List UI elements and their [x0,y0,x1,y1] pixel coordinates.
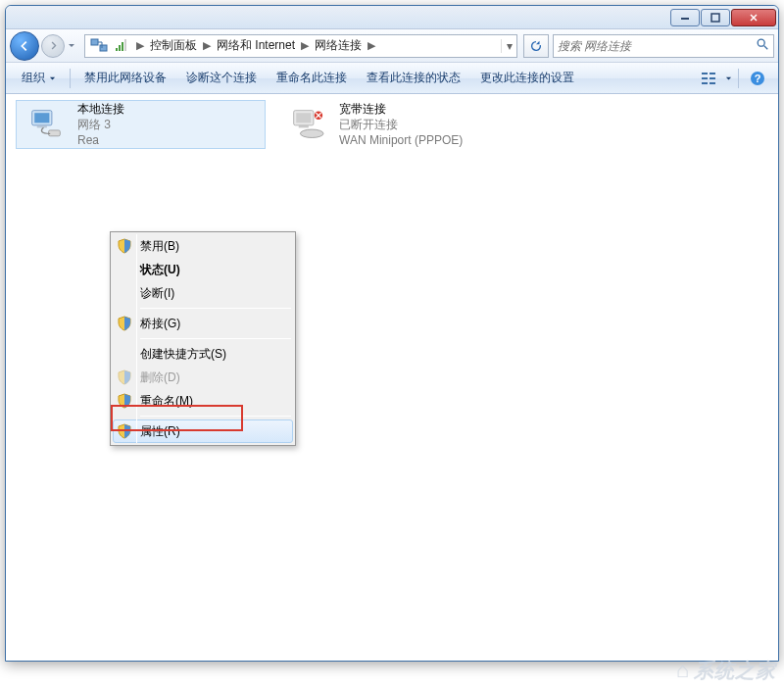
svg-rect-7 [124,39,126,51]
shield-icon [115,421,134,441]
ctx-shortcut[interactable]: 创建快捷方式(S) [113,342,293,366]
svg-rect-14 [710,82,715,84]
command-toolbar: 组织 禁用此网络设备 诊断这个连接 重命名此连接 查看此连接的状态 更改此连接的… [6,63,778,94]
minimize-button[interactable] [670,9,700,26]
svg-rect-20 [49,130,61,136]
svg-rect-4 [116,48,118,51]
svg-text:?: ? [755,73,761,84]
ctx-bridge[interactable]: 桥接(G) [113,312,293,335]
svg-rect-12 [710,73,715,74]
breadcrumb-dropdown[interactable]: ▾ [501,39,516,53]
search-box[interactable] [553,34,774,58]
view-status-button[interactable]: 查看此连接的状态 [359,66,468,90]
ctx-rename[interactable]: 重命名(M) [113,389,293,413]
chevron-right-icon: ▶ [301,39,309,52]
ctx-status[interactable]: 状态(U) [113,258,293,281]
search-input[interactable] [558,39,756,53]
ctx-properties[interactable]: 属性(R) [113,419,293,443]
svg-rect-3 [100,45,107,51]
forward-button[interactable] [41,34,65,58]
change-settings-button[interactable]: 更改此连接的设置 [472,66,582,90]
house-icon: ⌂ [676,658,690,682]
connection-status: 已断开连接 [339,117,463,132]
svg-rect-0 [681,18,689,20]
ctx-delete: 删除(D) [113,366,293,389]
window-frame: ▶ 控制面板 ▶ 网络和 Internet ▶ 网络连接 ▶ ▾ 组织 禁用此网… [5,5,779,662]
breadcrumb-item-connections[interactable]: 网络连接 [315,37,362,54]
svg-rect-11 [702,82,708,84]
svg-point-24 [300,129,323,137]
connection-title: 宽带连接 [339,101,463,117]
chevron-right-icon: ▶ [203,39,211,52]
svg-rect-1 [711,14,719,22]
connection-item-local[interactable]: 本地连接 网络 3 Rea [16,100,266,149]
refresh-button[interactable] [523,34,549,58]
close-button[interactable] [731,9,776,26]
context-menu: 禁用(B) 状态(U) 诊断(I) 桥接(G) 创建快捷方式(S) [110,231,296,446]
connection-adapter: WAN Miniport (PPPOE) [339,132,463,148]
svg-rect-10 [702,77,708,79]
content-area: 本地连接 网络 3 Rea 宽带连接 已断开连接 WAN Miniport (P… [6,94,778,661]
diagnose-button[interactable]: 诊断这个连接 [178,66,265,90]
chevron-down-icon [49,72,56,85]
svg-rect-6 [122,42,123,51]
ctx-disable[interactable]: 禁用(B) [113,234,293,258]
breadcrumb-item-control-panel[interactable]: 控制面板 [150,37,197,54]
chevron-down-icon[interactable] [725,72,732,85]
svg-rect-22 [296,113,311,123]
navigation-bar: ▶ 控制面板 ▶ 网络和 Internet ▶ 网络连接 ▶ ▾ [6,29,778,63]
shield-icon [115,391,134,411]
help-button[interactable]: ? [745,67,770,90]
watermark: ⌂系统之家 [676,658,776,684]
shield-icon [115,236,134,256]
back-button[interactable] [10,31,39,61]
connection-adapter: Rea [77,132,124,148]
connection-network: 网络 3 [77,117,124,132]
svg-rect-5 [119,45,121,51]
organize-label: 组织 [22,70,45,86]
chevron-right-icon: ▶ [136,39,144,52]
svg-rect-19 [37,125,47,128]
svg-rect-23 [299,125,309,128]
view-options-button[interactable] [696,67,721,90]
svg-rect-9 [702,73,708,74]
ethernet-icon [23,104,70,145]
search-icon [756,37,769,55]
signal-icon [115,39,128,53]
network-icon [89,36,109,56]
svg-rect-2 [91,39,98,45]
maximize-button[interactable] [701,9,730,26]
breadcrumb[interactable]: ▶ 控制面板 ▶ 网络和 Internet ▶ 网络连接 ▶ ▾ [84,34,517,58]
breadcrumb-item-network-internet[interactable]: 网络和 Internet [217,37,295,54]
shield-icon [115,368,134,387]
svg-point-8 [758,39,764,46]
svg-rect-13 [710,77,715,79]
disable-device-button[interactable]: 禁用此网络设备 [76,66,174,90]
connection-item-broadband[interactable]: 宽带连接 已断开连接 WAN Miniport (PPPOE) [278,100,528,149]
titlebar [6,6,778,29]
chevron-right-icon: ▶ [368,39,375,52]
connection-title: 本地连接 [77,101,124,117]
organize-menu[interactable]: 组织 [14,66,64,90]
svg-rect-18 [34,113,49,123]
modem-icon [284,104,331,145]
ctx-diagnose[interactable]: 诊断(I) [113,281,293,305]
rename-button[interactable]: 重命名此连接 [269,66,355,90]
history-dropdown[interactable] [65,42,78,50]
shield-icon [115,314,134,333]
